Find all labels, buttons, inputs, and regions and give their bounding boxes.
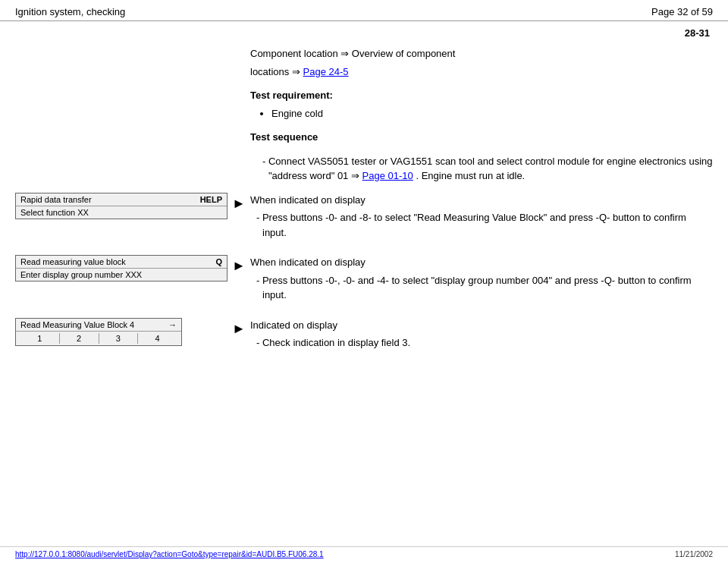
widget2-row-2: Enter display group number XXX <box>16 269 227 281</box>
instruction-3-indicated: Indicated on display <box>250 318 713 333</box>
intro-line1: Component location ⇒ Overview of compone… <box>250 46 713 61</box>
footer-date: 11/21/2002 <box>675 550 713 558</box>
instruction-3-arrow: ► <box>228 318 250 337</box>
block4-label: Read Measuring Value Block 4 <box>20 320 134 329</box>
instruction-2-arrow: ► <box>228 255 250 274</box>
page-header: Ignition system, checking Page 32 of 59 <box>0 0 728 21</box>
page-number: Page 32 of 59 <box>651 6 713 17</box>
instruction-2-dash: Press buttons -0-, -0- and -4- to select… <box>250 273 713 303</box>
widget2-row-1: Read measuring value block Q <box>16 256 227 269</box>
instruction-3-dash: Check indication in display field 3. <box>250 335 713 351</box>
test-requirement-label: Test requirement: <box>250 88 713 103</box>
block4-widget: Read Measuring Value Block 4 → 1 2 3 4 <box>15 318 182 346</box>
instruction-2-when: When indicated on display <box>250 255 713 270</box>
page24-5-link[interactable]: Page 24-5 <box>303 66 349 77</box>
widget2-enter-label: Enter display group number XXX <box>20 270 142 279</box>
instruction-row-1: Rapid data transfer HELP Select function… <box>15 193 713 244</box>
document-title: Ignition system, checking <box>15 6 125 17</box>
instruction-row-2: Read measuring value block Q Enter displ… <box>15 255 713 306</box>
instruction-2-widget-area: Read measuring value block Q Enter displ… <box>15 255 228 283</box>
widget2-read-label: Read measuring value block <box>20 257 126 266</box>
widget-select-label: Select function XX <box>20 208 89 217</box>
instruction-1-when: When indicated on display <box>250 193 713 208</box>
widget2-q-value: Q <box>215 257 222 266</box>
instruction-1-content: When indicated on display Press buttons … <box>250 193 713 244</box>
instruction-3-content: Indicated on display Check indication in… <box>250 318 713 354</box>
widget-row-2: Select function XX <box>16 206 227 219</box>
read-measuring-widget: Read measuring value block Q Enter displ… <box>15 255 228 282</box>
widget-row-1: Rapid data transfer HELP <box>16 193 227 206</box>
requirement-item-1: Engine cold <box>271 106 713 121</box>
instruction-row-3: Read Measuring Value Block 4 → 1 2 3 4 ►… <box>15 318 713 354</box>
left-column <box>15 27 243 193</box>
test-requirement-list: Engine cold <box>250 106 713 121</box>
footer-url[interactable]: http://127.0.0.1:8080/audi/servlet/Displ… <box>15 550 324 558</box>
block4-header: Read Measuring Value Block 4 → <box>16 319 181 332</box>
block4-cell-2: 2 <box>60 333 99 344</box>
page01-10-link[interactable]: Page 01-10 <box>362 170 413 181</box>
test-sequence-block: Test sequence <box>250 130 713 145</box>
block4-arrow: → <box>168 320 177 329</box>
instruction-1-widget-area: Rapid data transfer HELP Select function… <box>15 193 228 221</box>
intro-block: Component location ⇒ Overview of compone… <box>250 46 713 79</box>
rapid-data-transfer-widget: Rapid data transfer HELP Select function… <box>15 193 228 219</box>
test-sequence-step1: Connect VAS5051 tester or VAG1551 scan t… <box>256 154 713 184</box>
right-column: 28-31 Component location ⇒ Overview of c… <box>243 27 713 193</box>
instruction-2-content: When indicated on display Press buttons … <box>250 255 713 306</box>
block4-cell-4: 4 <box>138 333 177 344</box>
intro-line2: locations ⇒ Page 24-5 <box>250 64 713 80</box>
widget-help-value: HELP <box>200 195 222 204</box>
block4-cell-3: 3 <box>99 333 139 344</box>
instruction-1-arrow: ► <box>228 193 250 212</box>
widget-rapid-label: Rapid data transfer <box>20 195 92 204</box>
page-footer: http://127.0.0.1:8080/audi/servlet/Displ… <box>0 546 728 558</box>
instruction-3-widget-area: Read Measuring Value Block 4 → 1 2 3 4 <box>15 318 228 346</box>
test-requirement-block: Test requirement: Engine cold <box>250 88 713 121</box>
step1-text: Connect VAS5051 tester or VAG1551 scan t… <box>256 154 713 184</box>
test-sequence-label: Test sequence <box>250 130 713 145</box>
block4-cell-1: 1 <box>20 333 60 344</box>
section-label: 28-31 <box>250 27 713 39</box>
instructions-area: Rapid data transfer HELP Select function… <box>0 193 728 354</box>
block4-cells: 1 2 3 4 <box>16 332 181 345</box>
instruction-1-dash: Press buttons -0- and -8- to select "Rea… <box>250 210 713 240</box>
